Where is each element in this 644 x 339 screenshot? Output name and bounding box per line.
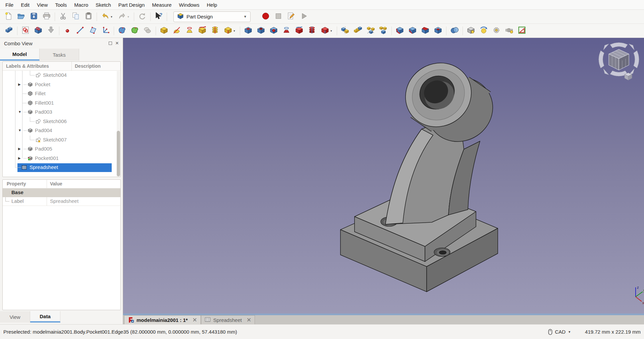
whats-this-button[interactable]: ? — [152, 11, 165, 23]
chamfer-button[interactable] — [406, 25, 419, 37]
create-sketch-button[interactable] — [19, 25, 32, 37]
open-button[interactable] — [15, 11, 28, 23]
property-row-label[interactable]: Label Spreadsheet — [3, 197, 120, 206]
nav-cube-menu-icon[interactable] — [625, 73, 632, 80]
sub-shape-binder-button[interactable] — [128, 25, 141, 37]
close-panel-icon[interactable]: × — [115, 42, 119, 45]
subtractive-loft-button[interactable] — [280, 25, 293, 37]
tree-item-sketch007[interactable]: Sketch007 — [3, 135, 116, 145]
hole-button[interactable] — [255, 25, 267, 37]
stop-macro-button[interactable] — [272, 11, 285, 23]
undo-button[interactable]: ▾ — [99, 11, 115, 23]
pocket-button[interactable] — [242, 25, 255, 37]
tree-scrollbar-thumb[interactable] — [117, 131, 120, 176]
migrate-button[interactable] — [465, 25, 477, 37]
local-coordinate-system-button[interactable] — [99, 25, 112, 37]
edit-sketch-button[interactable] — [32, 25, 45, 37]
datum-plane-button[interactable] — [87, 25, 99, 37]
redo-button[interactable]: ▾ — [115, 11, 132, 23]
menu-file[interactable]: File — [2, 1, 17, 9]
tree-item-spreadsheet[interactable]: Spreadsheet — [3, 163, 116, 172]
tree-item-fillet[interactable]: Fillet — [3, 89, 116, 99]
tab-view[interactable]: View — [0, 311, 30, 323]
menu-part-design[interactable]: Part Design — [115, 1, 148, 9]
float-panel-icon[interactable] — [109, 42, 112, 45]
additive-loft-button[interactable] — [183, 25, 196, 37]
sprocket-button[interactable] — [477, 25, 490, 37]
redo-dropdown-icon[interactable]: ▾ — [127, 15, 130, 18]
new-file-button[interactable] — [2, 11, 15, 23]
menu-tools[interactable]: Tools — [51, 1, 70, 9]
tree-item-pad003[interactable]: ▼Pad003 — [3, 108, 116, 117]
tab-model[interactable]: Model — [0, 49, 40, 61]
tree-item-sketch006[interactable]: Sketch006 — [3, 117, 116, 126]
subtractive-primitive-button[interactable]: ▾ — [318, 25, 335, 37]
involute-gear-button[interactable] — [490, 25, 503, 37]
draft-button[interactable] — [419, 25, 432, 37]
navigation-cube[interactable] — [599, 43, 639, 80]
subtractive-helix-button[interactable] — [306, 25, 318, 37]
tree-scrollbar[interactable] — [117, 71, 120, 176]
shaft-wizard-button[interactable] — [503, 25, 516, 37]
execute-macro-button[interactable] — [298, 11, 310, 23]
menu-measure[interactable]: Measure — [148, 1, 175, 9]
menu-sketch[interactable]: Sketch — [92, 1, 115, 9]
tab-data[interactable]: Data — [30, 311, 60, 323]
cut-button[interactable] — [57, 11, 69, 23]
additive-primitive-button[interactable]: ▾ — [221, 25, 238, 37]
subtractive-pipe-button[interactable] — [293, 25, 306, 37]
menu-edit[interactable]: Edit — [17, 1, 33, 9]
record-macro-button[interactable] — [259, 11, 272, 23]
expand-arrow-icon[interactable]: ▶ — [18, 147, 21, 151]
shape-binder-button[interactable] — [116, 25, 128, 37]
revolution-button[interactable] — [170, 25, 183, 37]
multitransform-button[interactable] — [377, 25, 390, 37]
fillet-button[interactable] — [393, 25, 406, 37]
measure-button[interactable] — [516, 25, 528, 37]
tree-item-fillet001[interactable]: Fillet001 — [3, 99, 116, 108]
3d-viewport[interactable]: z y x — [123, 38, 644, 314]
create-body-button[interactable] — [3, 25, 15, 37]
tree-item-pad004[interactable]: ▼Pad004 — [3, 126, 116, 135]
groove-button[interactable] — [267, 25, 280, 37]
linear-pattern-button[interactable] — [352, 25, 364, 37]
boolean-operation-button[interactable] — [448, 25, 461, 37]
additive-pipe-button[interactable] — [196, 25, 209, 37]
close-tab-icon[interactable]: ✕ — [193, 317, 197, 324]
pad-button[interactable] — [158, 25, 170, 37]
polar-pattern-button[interactable] — [364, 25, 377, 37]
additive-helix-button[interactable] — [209, 25, 221, 37]
copy-button[interactable] — [69, 11, 82, 23]
datum-line-button[interactable] — [74, 25, 87, 37]
additive-primitive-dropdown-icon[interactable]: ▾ — [233, 29, 236, 33]
tab-tasks[interactable]: Tasks — [40, 49, 79, 61]
subtractive-primitive-dropdown-icon[interactable]: ▾ — [330, 29, 333, 33]
menu-help[interactable]: Help — [203, 1, 221, 9]
datum-point-button[interactable] — [61, 25, 74, 37]
menu-view[interactable]: View — [33, 1, 51, 9]
property-group-base[interactable]: Base — [3, 188, 120, 197]
expand-arrow-icon[interactable]: ▶ — [18, 82, 21, 86]
thickness-button[interactable] — [432, 25, 444, 37]
map-sketch-button[interactable] — [45, 25, 57, 37]
cad-model[interactable] — [340, 51, 505, 292]
close-tab-icon[interactable]: ✕ — [247, 317, 251, 324]
menu-windows[interactable]: Windows — [175, 1, 203, 9]
document-tab-modelmainia2001-1-[interactable]: modelmainia2001 : 1*✕ — [124, 315, 201, 324]
workbench-selector[interactable]: Part Design ▼ — [173, 11, 251, 22]
collapse-arrow-icon[interactable]: ▼ — [18, 128, 21, 132]
clone-button[interactable] — [141, 25, 154, 37]
navigation-style-selector[interactable]: CAD ▼ — [546, 328, 573, 336]
expand-arrow-icon[interactable]: ▶ — [18, 156, 21, 160]
tree-item-pad005[interactable]: ▶Pad005 — [3, 145, 116, 154]
edit-macro-button[interactable] — [285, 11, 298, 23]
paste-button[interactable] — [82, 11, 95, 23]
refresh-button[interactable] — [136, 11, 149, 23]
tree-item-pocket001[interactable]: ▶Pocket001 — [3, 154, 116, 163]
tree-item-sketch004[interactable]: Sketch004 — [3, 71, 116, 80]
mirrored-button[interactable] — [339, 25, 352, 37]
undo-dropdown-icon[interactable]: ▾ — [110, 15, 113, 18]
print-button[interactable] — [40, 11, 53, 23]
menu-macro[interactable]: Macro — [70, 1, 92, 9]
collapse-arrow-icon[interactable]: ▼ — [18, 110, 21, 114]
